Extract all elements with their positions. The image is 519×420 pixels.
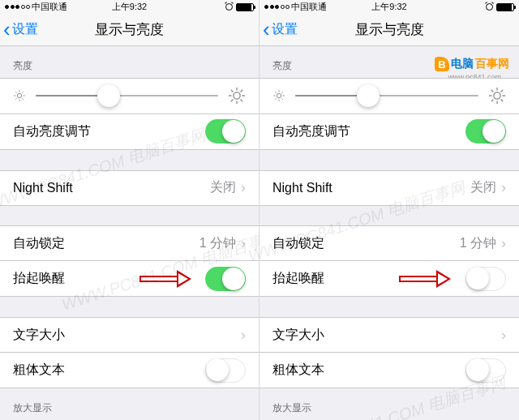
brightness-slider-cell xyxy=(0,78,259,114)
auto-lock-label: 自动锁定 xyxy=(13,235,65,252)
sun-low-icon xyxy=(272,89,285,102)
auto-brightness-switch[interactable] xyxy=(205,119,246,144)
nav-bar: ‹ 设置 显示与亮度 xyxy=(0,15,259,46)
svg-line-34 xyxy=(491,100,494,102)
bold-text-row: 粗体文本 xyxy=(260,353,519,388)
clock: 上午9:32 xyxy=(112,1,147,13)
sun-high-icon xyxy=(488,87,506,105)
chevron-left-icon: ‹ xyxy=(263,17,270,42)
raise-to-wake-label: 抬起唤醒 xyxy=(272,270,324,287)
svg-line-33 xyxy=(501,100,504,102)
raise-to-wake-row: 抬起唤醒 xyxy=(0,261,259,297)
auto-brightness-switch[interactable] xyxy=(465,119,506,144)
night-shift-value: 关闭 xyxy=(210,179,236,196)
status-bar: 中国联通 上午9:32 xyxy=(260,0,519,15)
auto-lock-value: 1 分钟 xyxy=(460,235,496,252)
carrier-label: 中国联通 xyxy=(32,1,67,13)
auto-brightness-row: 自动亮度调节 xyxy=(0,114,259,150)
battery-icon xyxy=(496,3,514,11)
text-size-row[interactable]: 文字大小 › xyxy=(0,317,259,353)
svg-point-9 xyxy=(234,92,240,99)
night-shift-row[interactable]: Night Shift 关闭 › xyxy=(260,170,519,206)
auto-brightness-row: 自动亮度调节 xyxy=(260,114,519,150)
auto-brightness-label: 自动亮度调节 xyxy=(13,123,91,140)
night-shift-value: 关闭 xyxy=(470,179,496,196)
sun-low-icon xyxy=(13,89,26,102)
svg-line-23 xyxy=(275,92,276,93)
chevron-right-icon: › xyxy=(501,235,506,252)
signal-dots-icon xyxy=(5,5,30,9)
back-label: 设置 xyxy=(12,21,38,38)
svg-point-27 xyxy=(494,92,500,99)
settings-pane-before: 中国联通 上午9:32 ‹ 设置 显示与亮度 亮度 自动亮度调节 xyxy=(0,0,260,420)
zoom-header: 放大显示 xyxy=(260,388,519,420)
zoom-header: 放大显示 xyxy=(0,388,259,420)
svg-line-5 xyxy=(15,92,16,93)
bold-text-label: 粗体文本 xyxy=(272,362,324,379)
brightness-slider[interactable] xyxy=(36,95,218,96)
brightness-slider[interactable] xyxy=(295,95,478,96)
brightness-slider-cell xyxy=(260,78,519,114)
annotation-arrow xyxy=(399,271,451,287)
night-shift-label: Night Shift xyxy=(13,181,73,195)
svg-line-6 xyxy=(22,99,23,100)
back-button[interactable]: ‹ 设置 xyxy=(260,17,298,42)
svg-line-25 xyxy=(275,99,276,100)
alarm-icon xyxy=(225,3,233,11)
svg-line-17 xyxy=(241,90,243,92)
settings-pane-after: 中国联通 上午9:32 ‹ 设置 显示与亮度 B 电脑百事网 www.pc841… xyxy=(260,0,519,420)
chevron-left-icon: ‹ xyxy=(3,17,11,42)
chevron-right-icon: › xyxy=(241,179,246,196)
page-title: 显示与亮度 xyxy=(95,20,164,39)
nav-bar: ‹ 设置 显示与亮度 xyxy=(260,15,519,46)
svg-line-24 xyxy=(281,99,282,100)
svg-line-26 xyxy=(281,92,282,93)
chevron-right-icon: › xyxy=(501,179,506,196)
auto-lock-row[interactable]: 自动锁定 1 分钟 › xyxy=(0,225,259,261)
brightness-header: 亮度 xyxy=(0,46,259,78)
svg-line-15 xyxy=(241,100,243,102)
screenshot-comparison: 中国联通 上午9:32 ‹ 设置 显示与亮度 亮度 自动亮度调节 xyxy=(0,0,519,420)
text-size-row[interactable]: 文字大小 › xyxy=(260,317,519,353)
svg-point-0 xyxy=(17,94,21,98)
chevron-right-icon: › xyxy=(241,235,246,252)
signal-dots-icon xyxy=(264,5,290,9)
alarm-icon xyxy=(486,3,493,11)
night-shift-row[interactable]: Night Shift 关闭 › xyxy=(0,170,259,206)
svg-line-8 xyxy=(22,92,23,93)
text-size-label: 文字大小 xyxy=(272,327,324,344)
svg-point-18 xyxy=(277,94,281,98)
brightness-header: 亮度 xyxy=(260,46,519,78)
bold-text-label: 粗体文本 xyxy=(13,362,65,379)
page-title: 显示与亮度 xyxy=(355,20,424,39)
raise-to-wake-switch[interactable] xyxy=(205,267,246,291)
bold-text-row: 粗体文本 xyxy=(0,353,259,388)
raise-to-wake-switch[interactable] xyxy=(465,267,506,291)
battery-icon xyxy=(236,3,254,11)
chevron-right-icon: › xyxy=(501,327,506,344)
svg-line-16 xyxy=(231,100,234,102)
auto-brightness-label: 自动亮度调节 xyxy=(272,123,350,140)
svg-line-14 xyxy=(231,90,234,92)
auto-lock-label: 自动锁定 xyxy=(272,235,324,252)
auto-lock-value: 1 分钟 xyxy=(199,235,236,252)
clock: 上午9:32 xyxy=(371,1,406,13)
svg-line-35 xyxy=(501,90,504,92)
sun-high-icon xyxy=(228,87,246,105)
annotation-arrow xyxy=(139,271,191,287)
chevron-right-icon: › xyxy=(241,327,246,344)
raise-to-wake-label: 抬起唤醒 xyxy=(13,270,65,287)
back-button[interactable]: ‹ 设置 xyxy=(0,17,38,42)
raise-to-wake-row: 抬起唤醒 xyxy=(260,261,519,297)
carrier-label: 中国联通 xyxy=(291,1,327,13)
auto-lock-row[interactable]: 自动锁定 1 分钟 › xyxy=(260,225,519,261)
bold-text-switch[interactable] xyxy=(465,358,506,383)
text-size-label: 文字大小 xyxy=(13,327,65,344)
night-shift-label: Night Shift xyxy=(272,181,332,195)
status-bar: 中国联通 上午9:32 xyxy=(0,0,259,15)
back-label: 设置 xyxy=(272,21,298,38)
svg-line-32 xyxy=(491,90,494,92)
svg-line-7 xyxy=(15,99,16,100)
bold-text-switch[interactable] xyxy=(205,358,246,383)
